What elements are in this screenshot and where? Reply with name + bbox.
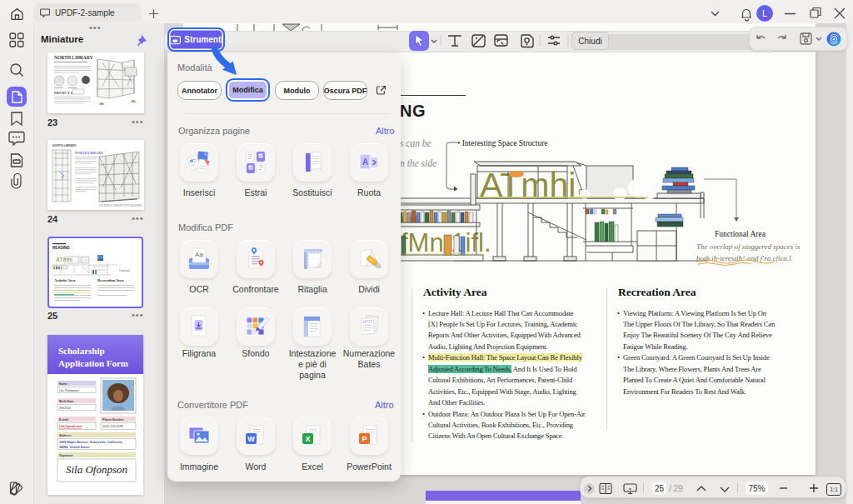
- svg-text:Lila@gmail.com: Lila@gmail.com: [59, 425, 82, 428]
- svg-text:W: W: [247, 435, 255, 443]
- svg-text:Aa: Aa: [195, 251, 203, 258]
- svg-text:1425 Maple Avenue, Sunnyvale,: 1425 Maple Avenue, Sunnyvale, California…: [59, 441, 123, 444]
- svg-text:Lila Thompson: Lila Thompson: [59, 389, 79, 392]
- svg-text:Application Form: Application Form: [58, 358, 128, 368]
- svg-text:NORTH LIBRARY: NORTH LIBRARY: [54, 55, 93, 60]
- svg-text:Phone Number: Phone Number: [102, 418, 124, 422]
- svg-text:Functional: Functional: [119, 269, 130, 272]
- svg-text:SECTIONAL PERSPECTIVE DRAWING: SECTIONAL PERSPECTIVE DRAWING: [99, 204, 143, 207]
- svg-text:ATmhi: ATmhi: [56, 257, 72, 262]
- svg-text:Sila Ofonpson: Sila Ofonpson: [66, 463, 127, 476]
- svg-text:Name: Name: [59, 382, 67, 386]
- svg-text:NORTH LIBRARY: NORTH LIBRARY: [75, 151, 103, 155]
- svg-text:NORTH LIBRARY: NORTH LIBRARY: [52, 144, 77, 147]
- svg-text:L: L: [762, 8, 767, 18]
- svg-text:(202) 555-0198: (202) 555-0198: [102, 425, 123, 428]
- svg-text:3/9/2010: 3/9/2010: [59, 407, 71, 410]
- svg-text:94086, United States: 94086, United States: [59, 446, 90, 449]
- svg-text:A: A: [362, 157, 368, 167]
- svg-text:Scholarship: Scholarship: [58, 346, 105, 356]
- svg-text:X: X: [305, 435, 310, 443]
- svg-text:Birth Date: Birth Date: [59, 400, 73, 403]
- svg-text:READING: READING: [52, 246, 70, 250]
- svg-text:P: P: [362, 435, 367, 443]
- svg-text:Address: Address: [59, 434, 71, 437]
- svg-text:Recreation Area: Recreation Area: [97, 278, 124, 282]
- svg-text:Activity Area: Activity Area: [54, 278, 76, 282]
- svg-text:E-mail: E-mail: [59, 418, 68, 422]
- svg-text:Signature: Signature: [59, 454, 73, 457]
